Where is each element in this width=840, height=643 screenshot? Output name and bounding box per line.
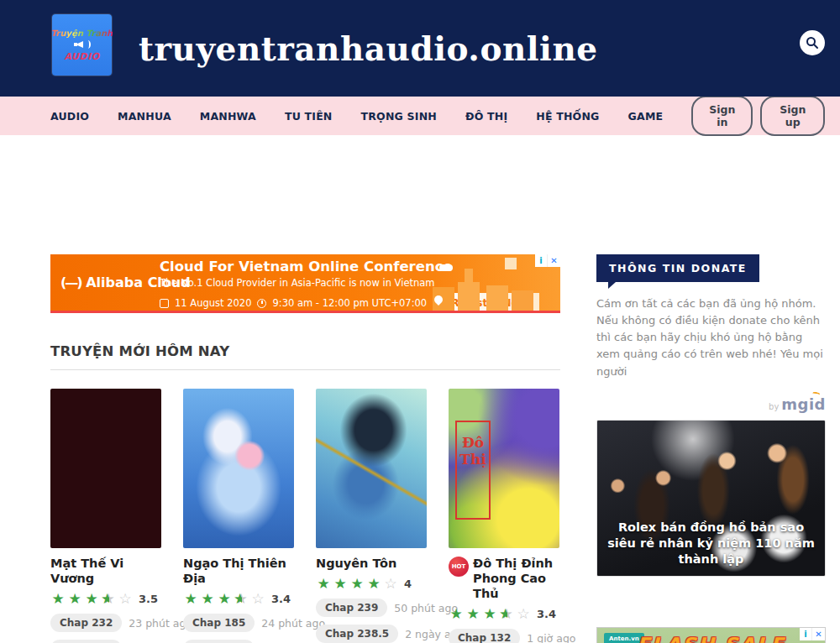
logo-audio-label: AUDIO [64,51,99,62]
rating-stars: ★★★★★☆3.4 [449,607,559,621]
comic-card: Mạt Thế Vi Vương ★★★★★☆3.5 Chap 232 23 p… [50,389,161,643]
star-full-icon[interactable]: ★ [449,607,464,621]
star-full-icon[interactable]: ★ [217,592,232,606]
rating-value: 3.4 [537,608,556,620]
nav-item-trong-sinh[interactable]: TRỌNG SINH [361,110,437,123]
chapter-row: Chap 238.5 2 ngày ago [316,625,427,643]
star-full-icon[interactable]: ★ [316,577,331,591]
comic-title[interactable]: Ngạo Thị Thiên Địa [183,556,294,586]
chapter-pill[interactable]: Chap 232 [50,614,122,632]
chapter-pill[interactable]: Chap 184 [183,640,255,643]
search-button[interactable] [800,30,825,55]
mgid-logo[interactable]: mgid [781,395,826,413]
clock-icon [257,299,266,308]
rating-value: 3.5 [139,593,158,605]
star-full-icon[interactable]: ★ [465,607,480,621]
site-logo[interactable]: Truyện Tranh AUDIO [52,14,112,76]
chapter-pill[interactable]: Chap 238.5 [316,625,398,643]
chapter-row: Chap 184 3 ngày ago [183,640,294,643]
star-full-icon[interactable]: ★ [349,577,365,591]
star-empty-icon[interactable]: ☆ [118,592,133,606]
chapter-pill[interactable]: Chap 132 [449,629,520,643]
mgid-by-label: by [769,402,779,411]
star-half-icon[interactable]: ★★ [234,592,249,606]
chapter-pill[interactable]: Chap 185 [183,614,255,632]
star-full-icon[interactable]: ★ [200,592,215,606]
donate-header: THÔNG TIN DONATE [596,254,759,282]
site-title[interactable]: truyentranhaudio.online [139,29,598,68]
rating-value: 4 [404,578,412,590]
comic-cover-ngao-thi-thien-dia[interactable] [183,389,294,548]
nav-item-manhua[interactable]: MANHUA [118,110,171,123]
comic-card: Đô Thị HOT Đô Thị Đỉnh Phong Cao Thủ ★★★… [449,389,559,643]
logo-script-text: Truyện Tranh [51,29,113,38]
chapter-row: Chap 185 24 phút ago [183,614,294,632]
star-empty-icon[interactable]: ☆ [383,577,398,591]
alibaba-ad-banner[interactable]: (—) Alibaba Cloud Cloud For Vietnam Onli… [50,254,560,313]
star-half-icon[interactable]: ★★ [101,592,116,606]
chapter-pill[interactable]: Chap 231 [50,640,122,643]
nav-item-manhwa[interactable]: MANHWA [200,110,256,123]
mgid-smile-icon [812,391,821,396]
ad-time: 9:30 am - 12:00 pm UTC+07:00 [272,297,427,309]
star-full-icon[interactable]: ★ [50,592,66,606]
comic-title[interactable]: Mạt Thế Vi Vương [50,556,161,586]
cover-calligraphy-frame: Đô Thị [455,421,491,520]
comic-cover-do-thi-dinh-phong-cao-thu[interactable]: Đô Thị [449,389,559,548]
hot-badge: HOT [449,557,469,577]
comic-cover-nguyen-ton[interactable] [316,389,427,548]
site-header: Truyện Tranh AUDIO truyentranhaudio.onli… [0,0,840,97]
adchoices-icon[interactable]: i [535,254,548,267]
ad-date: 11 August 2020 [175,297,251,309]
auth-buttons: Sign in Sign up [691,96,825,136]
sidebar: THÔNG TIN DONATE Cám ơn tất cả các bạn đ… [596,254,826,643]
chapter-row: Chap 232 23 phút ago [50,614,161,632]
rating-stars: ★★★★★☆3.4 [183,592,294,606]
nav-item-tu-tien[interactable]: TU TIÊN [285,110,333,123]
nav-item-do-thi[interactable]: ĐÔ THỊ [465,110,507,123]
adchoices-icon[interactable]: i [800,628,812,640]
comic-card-grid: Mạt Thế Vi Vương ★★★★★☆3.5 Chap 232 23 p… [50,389,560,643]
main-nav: AUDIO MANHUA MANHWA TU TIÊN TRỌNG SINH Đ… [0,97,840,135]
native-ad-caption[interactable]: Rolex bán đồng hồ bản sao siêu rẻ nhân k… [597,520,825,567]
chapter-time: 1 giờ ago [527,632,575,643]
star-full-icon[interactable]: ★ [67,592,82,606]
nav-item-game[interactable]: GAME [628,110,664,123]
chapter-pill[interactable]: Chap 239 [316,599,387,617]
comic-card: Ngạo Thị Thiên Địa ★★★★★☆3.4 Chap 185 24… [183,389,294,643]
search-icon [806,36,819,50]
nav-item-he-thong[interactable]: HỆ THỐNG [536,110,599,123]
native-ad-image[interactable]: Rolex bán đồng hồ bản sao siêu rẻ nhân k… [596,420,826,577]
rating-value: 3.4 [271,593,291,605]
ad-close-icon[interactable]: ✕ [548,254,560,267]
main-column: (—) Alibaba Cloud Cloud For Vietnam Onli… [50,254,560,643]
chapter-row: Chap 239 50 phút ago [316,599,427,617]
mgid-attribution: bymgid [596,395,826,413]
cube-icon [505,258,517,269]
ad-close-icon[interactable]: ✕ [812,628,825,640]
chapter-row: Chap 231 05/08/2020 [50,640,161,643]
speaker-icon [74,39,91,50]
comic-card: Nguyên Tôn ★★★★☆4 Chap 239 50 phút ago C… [316,389,427,643]
star-full-icon[interactable]: ★ [366,577,381,591]
star-half-icon[interactable]: ★★ [499,607,514,621]
comic-title[interactable]: Nguyên Tôn [316,556,396,571]
sign-in-button[interactable]: Sign in [691,96,753,136]
calendar-icon [160,299,169,308]
rating-stars: ★★★★☆4 [316,577,427,591]
section-title-new-today: TRUYỆN MỚI HÔM NAY [50,343,560,370]
star-full-icon[interactable]: ★ [333,577,348,591]
comic-title[interactable]: Đô Thị Đỉnh Phong Cao Thủ [473,556,559,601]
star-empty-icon[interactable]: ☆ [250,592,265,606]
star-empty-icon[interactable]: ☆ [516,607,531,621]
sign-up-button[interactable]: Sign up [760,96,825,136]
star-full-icon[interactable]: ★ [84,592,99,606]
comic-cover-mat-the-vi-vuong[interactable] [50,389,161,548]
flash-sale-ad[interactable]: Anten.vn FLASH SALE XEM NGAY i ✕ [596,627,826,643]
star-full-icon[interactable]: ★ [183,592,198,606]
nav-item-audio[interactable]: AUDIO [50,110,89,123]
alibaba-logo-mark: (—) [60,274,81,290]
cloud-icon [439,264,453,271]
donate-text: Cám ơn tất cả các bạn đã ủng hộ nhóm. Nế… [596,295,826,380]
star-full-icon[interactable]: ★ [482,607,497,621]
